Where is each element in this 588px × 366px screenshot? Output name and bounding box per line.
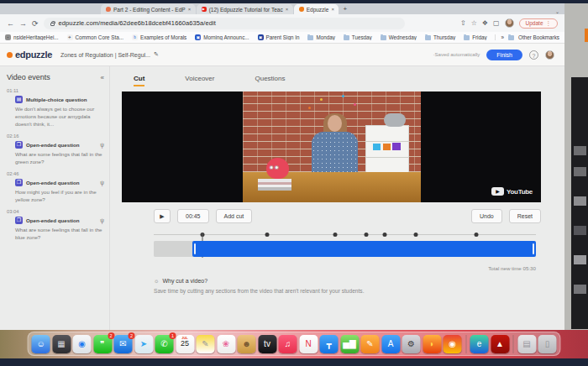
bookmark-item[interactable]: bExamples of Morals	[132, 34, 186, 40]
event-card[interactable]: ❐ Open-ended question ψ How might you fe…	[7, 179, 104, 204]
address-bar[interactable]: edpuzzle.com/media/62dee6b18dcebf41660a6…	[44, 18, 405, 29]
dock-edge-icon[interactable]: e	[470, 335, 489, 353]
dock-pages-icon[interactable]: ✎	[361, 335, 380, 353]
finish-button[interactable]: Finish	[486, 50, 522, 60]
reset-button[interactable]: Reset	[509, 209, 541, 223]
bookmark-item[interactable]: ▪nsideHeritageHei...	[5, 34, 59, 40]
question-marker[interactable]	[333, 233, 337, 237]
close-tab-icon[interactable]: ×	[188, 7, 191, 12]
bookmark-label: Thursday	[433, 34, 455, 40]
tab-cut[interactable]: Cut	[134, 75, 144, 86]
bookmarks-overflow-icon[interactable]: »	[501, 34, 504, 40]
bookmark-star-icon[interactable]: ☆	[471, 19, 477, 27]
tab-search-chevron-icon[interactable]: ⌄	[555, 8, 559, 14]
question-marker[interactable]	[265, 233, 269, 237]
share-icon[interactable]: ⇧	[460, 19, 466, 27]
play-button[interactable]: ▶	[154, 209, 171, 223]
dock-finder-icon[interactable]: ☺	[32, 335, 50, 353]
browser-tab-active[interactable]: Edpuzzle ×	[294, 4, 339, 14]
bookmark-item[interactable]: Monday	[307, 34, 334, 40]
dock-keynote-icon[interactable]: ┳	[320, 335, 339, 353]
dock-downloads-stack-icon[interactable]: ▤	[517, 335, 536, 353]
timeline[interactable]	[154, 228, 536, 262]
dock-messages-icon[interactable]: ❞2	[93, 335, 112, 353]
selection-start-handle[interactable]	[194, 243, 196, 254]
timeline-bar[interactable]	[154, 241, 536, 257]
bookmark-item[interactable]: Thursday	[425, 34, 455, 40]
dock-notes-icon[interactable]: ✎	[197, 335, 215, 353]
question-marker[interactable]	[414, 233, 418, 237]
selected-region[interactable]	[192, 241, 537, 257]
youtube-watermark[interactable]: ▶ YouTube	[491, 187, 533, 196]
dock-maps-icon[interactable]: ➤	[134, 335, 153, 353]
reload-icon[interactable]: ⟳	[32, 19, 39, 28]
event-card[interactable]: ❐ Open-ended question ψ What are some fe…	[7, 217, 104, 242]
bookmark-item[interactable]: Friday	[464, 34, 487, 40]
new-tab-button[interactable]: +	[343, 5, 347, 13]
bookmark-item[interactable]: Tuesday	[344, 34, 372, 40]
folder-icon	[508, 35, 514, 40]
microphone-icon[interactable]: ψ	[100, 217, 104, 223]
event-card[interactable]: ❐ Open-ended question ψ What are some fe…	[7, 141, 104, 166]
undo-button[interactable]: Undo	[471, 209, 502, 223]
bookmark-item[interactable]: Wednesday	[381, 34, 417, 40]
close-tab-icon[interactable]: ×	[331, 7, 333, 12]
question-marker[interactable]	[365, 233, 369, 237]
collapse-sidebar-icon[interactable]: «	[101, 74, 104, 81]
open-ended-icon: ❐	[15, 141, 23, 149]
bookmark-item[interactable]: ▣Parent Sign In	[258, 34, 300, 40]
dock-news-icon[interactable]: N	[299, 335, 318, 353]
edit-title-icon[interactable]: ✎	[154, 51, 159, 58]
add-cut-button[interactable]: Add cut	[216, 209, 253, 223]
question-marker[interactable]	[383, 233, 387, 237]
edpuzzle-logo[interactable]: edpuzzle	[10, 50, 52, 60]
dock-trash-icon[interactable]: ▯	[538, 335, 557, 353]
dock-app-store-icon[interactable]: A	[381, 335, 400, 353]
chrome-glyph: ◉	[449, 340, 456, 348]
dock-contacts-icon[interactable]: ☻	[238, 335, 256, 353]
selection-end-handle[interactable]	[533, 243, 534, 254]
tab-voiceover[interactable]: Voiceover	[185, 75, 214, 86]
downloads-stack-glyph: ▤	[522, 340, 530, 348]
dock-safari-icon[interactable]: ◉	[73, 335, 92, 353]
bookmark-item[interactable]: ✈Common Core Sta...	[67, 34, 123, 40]
question-marker[interactable]	[475, 233, 479, 237]
dock-firefox-icon[interactable]: ◗	[423, 335, 441, 353]
dock-numbers-icon[interactable]: ▅▇	[340, 335, 359, 353]
extensions-icon[interactable]: ❖	[482, 19, 488, 27]
browser-tab-2[interactable]: (12) Edpuzzle Tutorial for Teac ×	[197, 4, 293, 14]
browser-tab-1[interactable]: Part 2 - Editing Content - EdP ×	[101, 4, 196, 14]
microphone-icon[interactable]: ψ	[100, 142, 104, 148]
cut-region	[154, 241, 192, 257]
dock-facetime-icon[interactable]: ✆1	[155, 335, 174, 353]
brain-character	[266, 158, 289, 179]
close-tab-icon[interactable]: ×	[286, 7, 288, 12]
microphone-icon[interactable]: ψ	[100, 180, 104, 186]
dock-system-settings-icon[interactable]: ⚙	[402, 335, 421, 353]
neuron-decoration	[342, 95, 344, 97]
dock-acrobat-icon[interactable]: ▲	[491, 335, 509, 353]
tab-questions[interactable]: Questions	[255, 75, 285, 86]
dock-calendar-icon[interactable]: JUL25	[176, 335, 194, 353]
chrome-update-button[interactable]: Update ⋮	[519, 18, 558, 29]
dock-launchpad-icon[interactable]: ▦	[52, 335, 71, 353]
side-panel-icon[interactable]: ▢	[493, 19, 500, 27]
dock-apple-tv-icon[interactable]: tv	[258, 335, 276, 353]
shelf-bin	[373, 144, 381, 150]
other-bookmarks-label[interactable]: Other Bookmarks	[518, 34, 559, 40]
bookmark-item[interactable]: ▣Morning Announc...	[195, 34, 249, 40]
edpuzzle-avatar[interactable]	[545, 50, 554, 60]
dock-photos-icon[interactable]: ❀	[217, 335, 235, 353]
dock-mail-icon[interactable]: ✉2	[114, 335, 133, 353]
profile-avatar[interactable]	[505, 18, 514, 28]
dock-music-icon[interactable]: ♫	[279, 335, 297, 353]
event-card[interactable]: ▤ Multiple-choice question We don't alwa…	[7, 96, 104, 128]
current-time-display[interactable]: 00:45	[177, 209, 209, 223]
bookmark-label: Tuesday	[352, 34, 372, 40]
video-player[interactable]: ▶ YouTube	[122, 92, 541, 202]
help-icon[interactable]: ?	[529, 50, 538, 60]
menu-dots-icon: ⋮	[546, 20, 552, 27]
forward-icon[interactable]: →	[19, 19, 27, 28]
dock-chrome-icon[interactable]: ◉	[444, 335, 462, 353]
back-icon[interactable]: ←	[7, 19, 14, 28]
